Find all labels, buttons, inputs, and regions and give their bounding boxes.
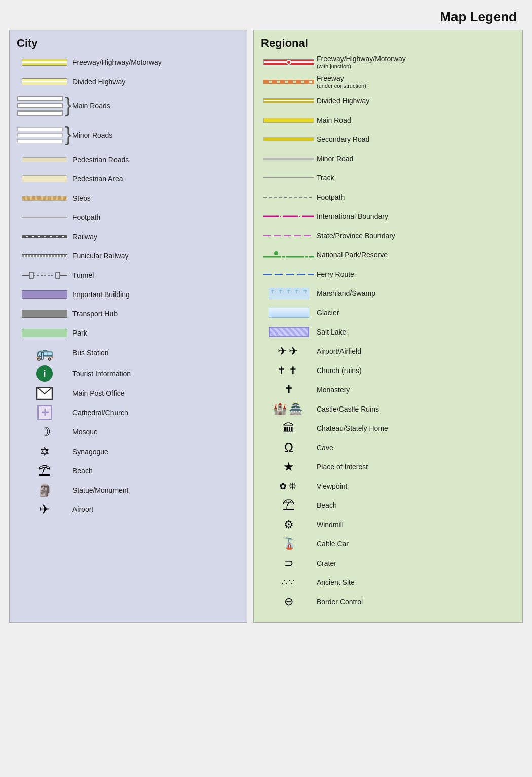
reg-windmill-label: Windmill [317, 521, 344, 529]
freeway-label: Freeway/Highway/Motorway [72, 58, 162, 67]
list-item: Minor Road [261, 151, 515, 166]
mosque-label: Mosque [72, 428, 98, 436]
reg-poi-symbol: ★ [261, 460, 317, 474]
reg-intl-boundary-symbol [261, 213, 317, 219]
star-of-david-icon: ✡ [40, 445, 50, 459]
reg-castle-symbol: 🏰🏯 [261, 402, 317, 416]
reg-divided-label: Divided Highway [317, 97, 369, 105]
reg-viewpoint-label: Viewpoint [317, 482, 347, 491]
reg-beach-symbol: ⛱ [261, 498, 317, 512]
list-item: ✛ Cathedral/Church [17, 405, 240, 420]
list-item: Main Post Office [17, 386, 240, 401]
reg-glacier-label: Glacier [317, 309, 339, 317]
list-item: Footpath [261, 190, 515, 205]
list-item: Freeway/Highway/Motorway(with junction) [261, 55, 515, 70]
list-item: Park [17, 325, 240, 341]
cave-icon: Ω [284, 440, 293, 455]
beach-icon: ⛱ [39, 464, 51, 478]
list-item: 🏰🏯 Castle/Castle Ruins [261, 401, 515, 417]
list-item: ⊃ Crater [261, 556, 515, 571]
list-item: Footpath [17, 210, 240, 225]
intl-boundary-icon [263, 213, 314, 219]
list-item: } Minor Roads [17, 123, 240, 148]
reg-track-label: Track [317, 174, 334, 182]
reg-monastery-label: Monastery [317, 386, 350, 394]
beach-reg-icon: ⛱ [283, 498, 295, 512]
list-item: Tunnel [17, 268, 240, 283]
reg-secondary-label: Secondary Road [317, 135, 369, 144]
list-item: Divided Highway [17, 74, 240, 89]
svg-rect-1 [29, 272, 33, 278]
reg-nat-park-label: National Park/Reserve [317, 251, 388, 260]
reg-divided-symbol [261, 98, 317, 103]
star-icon: ★ [283, 460, 294, 474]
list-item: Salt Lake [261, 324, 515, 340]
important-building-symbol [17, 290, 72, 299]
regional-column: Regional Freeway/Highway/Motorway(with j… [253, 30, 523, 623]
list-item: Divided Highway [261, 93, 515, 108]
city-heading: City [17, 36, 240, 50]
pedestrian-roads-symbol [17, 157, 72, 162]
steps-symbol [17, 196, 72, 201]
reg-poi-label: Place of Interest [317, 463, 368, 471]
reg-cablecar-symbol: 🚡 [261, 537, 317, 550]
list-item: Ferry Route [261, 267, 515, 282]
border-icon: ⊖ [284, 595, 293, 608]
airport-city-symbol: ✈ [17, 502, 72, 517]
reg-monastery-symbol: ✝ [261, 383, 317, 396]
transport-hub-label: Transport Hub [72, 310, 118, 318]
divided-hwy-symbol [17, 78, 72, 85]
reg-freeway-symbol [261, 59, 317, 65]
list-item: ✝ Monastery [261, 382, 515, 397]
info-icon: i [36, 365, 53, 382]
list-item: Glacier [261, 305, 515, 320]
steps-label: Steps [72, 194, 91, 203]
regional-heading: Regional [261, 36, 515, 50]
list-item: Funicular Railway [17, 248, 240, 264]
reg-minor-label: Minor Road [317, 155, 353, 163]
reg-footpath-symbol [261, 197, 317, 198]
brace-icon: } [65, 95, 71, 115]
transport-hub-symbol [17, 310, 72, 318]
bus-icon: 🚌 [36, 345, 54, 361]
list-item: ⛱ Beach [17, 463, 240, 478]
reg-marshland-label: Marshland/Swamp [317, 289, 375, 298]
list-item: 🏛 Chateau/Stately Home [261, 421, 515, 436]
svg-point-11 [274, 251, 278, 255]
cathedral-symbol: ✛ [17, 405, 72, 420]
mosque-symbol: ☽ [17, 424, 72, 440]
reg-church-symbol: ✝✝ [261, 364, 317, 377]
main-roads-label: Main Roads [72, 102, 110, 110]
tourist-info-label: Tourist Information [72, 369, 131, 378]
reg-ancient-label: Ancient Site [317, 578, 355, 587]
list-item: State/Province Boundary [261, 228, 515, 243]
marshland-icon [269, 288, 309, 299]
city-column: City Freeway/Highway/Motorway Divided Hi… [9, 30, 247, 623]
pedestrian-roads-label: Pedestrian Roads [72, 156, 129, 164]
list-item: ✈ Airport [17, 502, 240, 517]
statue-symbol: 🗿 [17, 483, 72, 497]
viewpoint-icon: ✿❊ [279, 480, 298, 492]
nat-park-icon [263, 251, 314, 259]
ancient-icon: ∴∵ [282, 577, 296, 588]
page-title: Map Legend [0, 0, 532, 30]
beach-city-symbol: ⛱ [17, 464, 72, 478]
reg-freeway-label: Freeway/Highway/Motorway(with junction) [317, 55, 406, 70]
list-item: ★ Place of Interest [261, 459, 515, 474]
reg-ferry-symbol [261, 274, 317, 275]
reg-castle-label: Castle/Castle Ruins [317, 405, 379, 414]
list-item: Ω Cave [261, 440, 515, 455]
list-item: Secondary Road [261, 132, 515, 147]
reg-windmill-symbol: ⚙ [261, 518, 317, 531]
list-item: i Tourist Information [17, 365, 240, 382]
list-item: ✡ Synagogue [17, 444, 240, 459]
list-item: Steps [17, 191, 240, 206]
list-item: ✈✈ Airport/Airfield [261, 344, 515, 359]
svg-rect-3 [56, 272, 60, 278]
envelope-icon [36, 387, 53, 400]
list-item: ☽ Mosque [17, 424, 240, 440]
reg-nat-park-symbol [261, 251, 317, 259]
reg-state-boundary-label: State/Province Boundary [317, 232, 395, 240]
railway-label: Railway [72, 233, 97, 241]
reg-chateau-symbol: 🏛 [261, 421, 317, 435]
